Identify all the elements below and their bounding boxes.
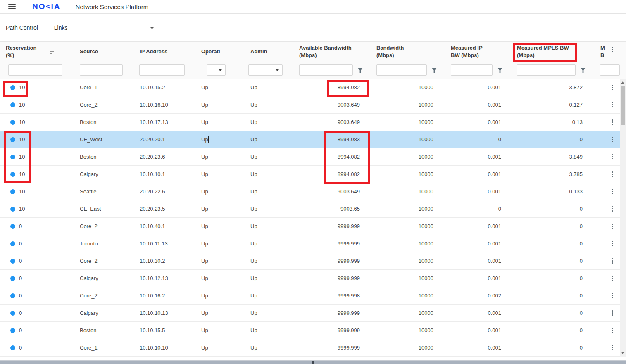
row-menu-icon[interactable] [612,171,613,177]
row-actions[interactable] [605,131,620,148]
row-menu-icon[interactable] [612,328,613,333]
row-actions[interactable] [605,183,620,200]
row-menu-icon[interactable] [612,137,613,142]
cell-admin-state: Up [246,322,293,339]
row-menu-icon[interactable] [612,85,613,90]
row-menu-icon[interactable] [612,345,613,350]
column-header-reservation[interactable]: Reservation (%) [0,42,74,62]
cell-operational-state: Up [198,166,246,183]
column-header-bandwidth[interactable]: Bandwidth (Mbps) [370,42,443,62]
filter-input-source[interactable] [80,64,123,76]
cell-reservation: 0 [0,252,74,269]
row-actions[interactable] [605,96,620,113]
row-menu-icon[interactable] [612,241,613,246]
cell-ip-address: 10.10.11.13 [136,235,198,252]
sort-descending-icon[interactable] [50,50,55,54]
cell-reservation: 10 [0,131,74,148]
filter-input-reservation[interactable] [8,64,62,76]
filter-funnel-icon[interactable] [357,67,363,73]
column-header-ip-address[interactable]: IP Address [136,42,198,62]
filter-select-operational[interactable] [207,64,226,76]
row-menu-icon[interactable] [612,154,613,159]
table-row[interactable]: 10 Seattle 20.20.22.6 Up Up 9003.649 100… [0,183,620,200]
cell-spacer [594,235,605,252]
row-actions[interactable] [605,235,620,252]
row-actions[interactable] [605,148,620,165]
column-settings-menu[interactable] [605,42,620,62]
column-header-source[interactable]: Source [74,42,136,62]
row-menu-icon[interactable] [612,189,613,194]
filter-input-bandwidth[interactable] [376,64,427,76]
table-row[interactable]: 10 CE_West 20.20.20.1 Up Up 8994.083 100… [0,131,620,148]
row-menu-icon[interactable] [612,224,613,229]
column-header-operational[interactable]: Operati [198,42,246,62]
filter-funnel-icon[interactable] [580,67,586,73]
table-row[interactable]: 0 Core_2 10.10.30.2 Up Up 9999.999 10000… [0,252,620,270]
view-selector-dropdown[interactable]: Links [54,24,154,31]
table-row[interactable]: 0 Toronto 10.10.11.13 Up Up 9999.999 100… [0,235,620,252]
scroll-down-icon[interactable] [621,352,624,354]
row-actions[interactable] [605,339,620,356]
row-actions[interactable] [605,252,620,269]
row-actions[interactable] [605,218,620,235]
filter-input-ip-address[interactable] [139,64,185,76]
row-menu-icon[interactable] [612,310,613,316]
row-menu-icon[interactable] [612,293,613,298]
cell-measured-mpls-bw: 0 [510,218,594,235]
cell-admin-state: Up [246,218,293,235]
row-menu-icon[interactable] [612,276,613,281]
column-menu-icon[interactable] [612,47,613,52]
horizontal-scrollbar-handle[interactable] [312,361,314,364]
cell-operational-state: Up [198,114,246,131]
table-row[interactable]: 0 Boston 10.10.15.5 Up Up 9999.999 10000… [0,322,620,339]
filter-input-partial[interactable] [600,64,620,76]
filter-input-measured-mpls-bw[interactable] [517,64,576,76]
column-header-measured-ip-bw[interactable]: Measured IP BW (Mbps) [443,42,510,62]
filter-select-admin[interactable] [248,64,283,76]
table-row[interactable]: 10 Calgary 10.10.10.1 Up Up 8994.082 100… [0,166,620,183]
row-actions[interactable] [605,166,620,183]
row-actions[interactable] [605,79,620,96]
column-header-partial[interactable]: M B [594,42,605,62]
table-row[interactable]: 10 Core_1 10.10.15.2 Up Up 8994.082 1000… [0,79,620,96]
column-header-admin[interactable]: Admin [246,42,293,62]
cell-measured-mpls-bw: 0 [510,235,594,252]
column-header-measured-mpls-bw[interactable]: Measured MPLS BW (Mbps) [510,42,594,62]
breadcrumb-path-control[interactable]: Path Control [6,24,38,31]
row-menu-icon[interactable] [612,206,613,212]
cell-ip-address: 10.10.40.1 [136,218,198,235]
table-row[interactable]: 10 Boston 10.10.17.13 Up Up 9003.649 100… [0,114,620,131]
table-row[interactable]: 0 Core_1 10.10.10.10 Up Up 9999.999 1000… [0,339,620,357]
row-actions[interactable] [605,200,620,217]
row-actions[interactable] [605,322,620,339]
table-row[interactable]: 0 Core_2 10.10.16.2 Up Up 9999.998 10000… [0,287,620,305]
horizontal-scrollbar[interactable] [0,360,626,364]
column-header-available-bandwidth[interactable]: Available Bandwidth (Mbps) [293,42,370,62]
row-actions[interactable] [605,114,620,131]
cell-admin-state: Up [246,114,293,131]
row-menu-icon[interactable] [612,258,613,264]
cell-ip-address: 10.10.10.1 [136,166,198,183]
table-row[interactable]: 10 CE_East 20.20.23.5 Up Up 9003.65 1000… [0,200,620,218]
table-row[interactable]: 0 Core_2 10.10.40.1 Up Up 9999.999 10000… [0,218,620,235]
row-actions[interactable] [605,270,620,287]
row-actions[interactable] [605,305,620,321]
filter-input-available-bandwidth[interactable] [299,64,353,76]
table-row[interactable]: 0 Calgary 10.10.10.13 Up Up 9999.999 100… [0,305,620,322]
filter-funnel-icon[interactable] [431,67,437,73]
row-menu-icon[interactable] [612,102,613,107]
table-row[interactable]: 10 Boston 20.20.23.6 Up Up 8994.082 1000… [0,148,620,166]
vertical-scrollbar[interactable] [620,79,626,357]
cell-bandwidth: 10000 [370,183,443,200]
table-row[interactable]: 10 Core_2 10.10.16.10 Up Up 9003.649 100… [0,96,620,114]
cell-reservation: 0 [0,305,74,321]
table-row[interactable]: 0 Calgary 10.10.12.13 Up Up 9999.999 100… [0,270,620,287]
vertical-scrollbar-thumb[interactable] [621,86,625,125]
row-actions[interactable] [605,287,620,304]
filter-input-measured-ip-bw[interactable] [451,64,493,76]
menu-icon[interactable] [8,4,16,9]
row-menu-icon[interactable] [612,119,613,125]
filter-funnel-icon[interactable] [497,67,503,73]
scroll-up-icon[interactable] [621,81,624,84]
cell-spacer [594,252,605,269]
